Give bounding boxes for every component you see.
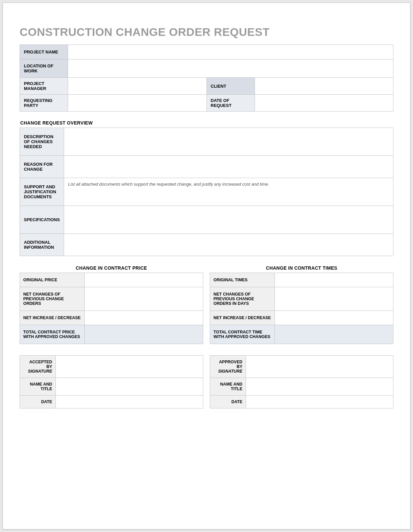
accepted-block: ACCEPTED BY SIGNATURE NAME AND TITLE DAT…	[20, 355, 203, 408]
time-netincdec-field[interactable]	[275, 311, 393, 325]
spec-field[interactable]	[64, 206, 393, 234]
accepted-by-label-text: ACCEPTED BY	[29, 360, 52, 369]
price-netprev-field[interactable]	[85, 287, 203, 311]
signature-row: ACCEPTED BY SIGNATURE NAME AND TITLE DAT…	[20, 355, 393, 408]
req-party-label: REQUESTING PARTY	[20, 95, 68, 112]
accepted-by-field[interactable]	[56, 356, 203, 378]
page-title: CONSTRUCTION CHANGE ORDER REQUEST	[20, 26, 393, 39]
accepted-table: ACCEPTED BY SIGNATURE NAME AND TITLE DAT…	[20, 355, 203, 408]
approved-block: APPROVED BY SIGNATURE NAME AND TITLE DAT…	[210, 355, 393, 408]
price-orig-label: ORIGINAL PRICE	[20, 273, 85, 287]
client-field[interactable]	[255, 78, 393, 95]
spec-label: SPECIFICATIONS	[20, 206, 64, 234]
pm-label: PROJECT MANAGER	[20, 78, 68, 95]
price-table: ORIGINAL PRICE NET CHANGES OF PREVIOUS C…	[20, 273, 203, 344]
approved-date-label: DATE	[210, 396, 246, 408]
approved-by-label-text: APPROVED BY	[219, 360, 242, 369]
reason-field[interactable]	[64, 156, 393, 178]
accepted-name-label: NAME AND TITLE	[20, 378, 56, 396]
pm-field[interactable]	[68, 78, 207, 95]
request-date-field[interactable]	[255, 95, 393, 112]
support-label: SUPPORT AND JUSTIFICATION DOCUMENTS	[20, 178, 64, 206]
approved-by-sublabel: SIGNATURE	[213, 369, 242, 374]
time-netprev-label: NET CHANGES OF PREVIOUS CHANGE ORDERS IN…	[210, 287, 275, 311]
price-netprev-label: NET CHANGES OF PREVIOUS CHANGE ORDERS	[20, 287, 85, 311]
desc-label: DESCRIPTION OF CHANGES NEEDED	[20, 128, 64, 156]
price-netincdec-label: NET INCREASE / DECREASE	[20, 311, 85, 325]
time-orig-field[interactable]	[275, 273, 393, 287]
accepted-date-field[interactable]	[56, 396, 203, 408]
time-total-field[interactable]	[275, 325, 393, 344]
addl-field[interactable]	[64, 234, 393, 256]
accepted-date-label: DATE	[20, 396, 56, 408]
approved-table: APPROVED BY SIGNATURE NAME AND TITLE DAT…	[210, 355, 393, 408]
price-total-label: TOTAL CONTRACT PRICE WITH APPROVED CHANG…	[20, 325, 85, 344]
approved-name-field[interactable]	[246, 378, 393, 396]
price-title: CHANGE IN CONTRACT PRICE	[20, 265, 203, 271]
accepted-by-label: ACCEPTED BY SIGNATURE	[20, 356, 56, 378]
support-field[interactable]: List all attached documents which suppor…	[64, 178, 393, 206]
overview-table: DESCRIPTION OF CHANGES NEEDED REASON FOR…	[20, 128, 393, 256]
accepted-by-sublabel: SIGNATURE	[23, 369, 52, 374]
desc-field[interactable]	[64, 128, 393, 156]
accepted-name-field[interactable]	[56, 378, 203, 396]
project-name-label: PROJECT NAME	[20, 45, 68, 59]
request-date-label: DATE OF REQUEST	[206, 95, 255, 112]
approved-by-field[interactable]	[246, 356, 393, 378]
addl-label: ADDITIONAL INFORMATION	[20, 234, 64, 256]
project-info-table: PROJECT NAME LOCATION OF WORK PROJECT MA…	[20, 44, 393, 112]
client-label: CLIENT	[206, 78, 255, 95]
time-title: CHANGE IN CONTRACT TIMES	[210, 265, 393, 271]
reason-label: REASON FOR CHANGE	[20, 156, 64, 178]
price-orig-field[interactable]	[85, 273, 203, 287]
price-netincdec-field[interactable]	[85, 311, 203, 325]
project-name-field[interactable]	[68, 45, 393, 59]
time-block: CHANGE IN CONTRACT TIMES ORIGINAL TIMES …	[210, 265, 393, 344]
document-page: CONSTRUCTION CHANGE ORDER REQUEST PROJEC…	[3, 3, 410, 529]
location-field[interactable]	[68, 59, 393, 78]
price-total-field[interactable]	[85, 325, 203, 344]
approved-by-label: APPROVED BY SIGNATURE	[210, 356, 246, 378]
price-block: CHANGE IN CONTRACT PRICE ORIGINAL PRICE …	[20, 265, 203, 344]
req-party-field[interactable]	[68, 95, 207, 112]
location-label: LOCATION OF WORK	[20, 59, 68, 78]
approved-name-label: NAME AND TITLE	[210, 378, 246, 396]
time-netprev-field[interactable]	[275, 287, 393, 311]
time-total-label: TOTAL CONTRACT TIME WITH APPROVED CHANGE…	[210, 325, 275, 344]
time-table: ORIGINAL TIMES NET CHANGES OF PREVIOUS C…	[210, 273, 393, 344]
price-time-row: CHANGE IN CONTRACT PRICE ORIGINAL PRICE …	[20, 265, 393, 344]
support-hint: List all attached documents which suppor…	[68, 182, 269, 187]
time-orig-label: ORIGINAL TIMES	[210, 273, 275, 287]
approved-date-field[interactable]	[246, 396, 393, 408]
overview-section-title: CHANGE REQUEST OVERVIEW	[20, 120, 393, 126]
time-netincdec-label: NET INCREASE / DECREASE	[210, 311, 275, 325]
